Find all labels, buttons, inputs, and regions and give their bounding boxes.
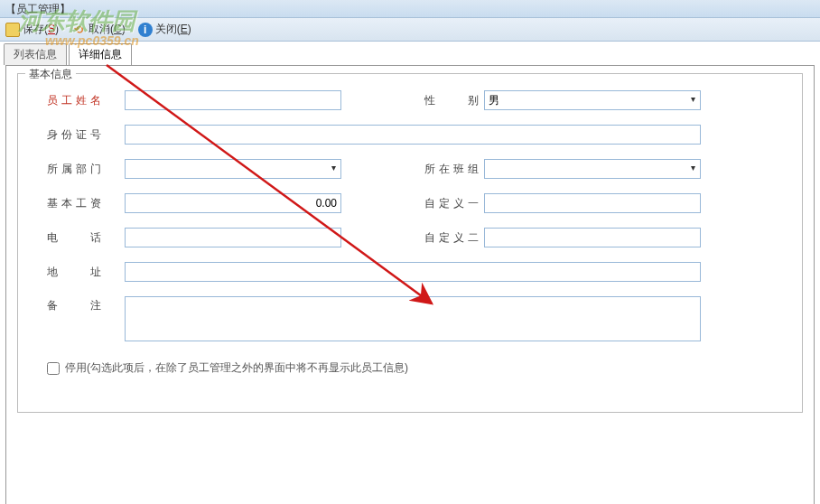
custom2-input[interactable] xyxy=(484,228,701,247)
basic-info-fieldset: 基本信息 员工姓名 性 别 男 身份证号 所属部门 所在班组 基本工资 xyxy=(17,73,803,413)
remark-textarea[interactable] xyxy=(125,296,701,341)
tab-strip: 列表信息 详细信息 xyxy=(0,42,820,65)
cancel-icon: ⟲ xyxy=(71,23,86,37)
cancel-label: 取消(C) xyxy=(89,22,126,37)
team-label: 所在班组 xyxy=(424,162,479,177)
dept-label: 所属部门 xyxy=(47,162,101,177)
remark-label: 备 注 xyxy=(47,298,101,313)
id-input[interactable] xyxy=(125,125,701,145)
salary-input[interactable] xyxy=(125,193,341,213)
form-grid: 员工姓名 性 别 男 身份证号 所属部门 所在班组 基本工资 自定义一 xyxy=(47,90,784,344)
id-label: 身份证号 xyxy=(47,127,101,143)
save-button[interactable]: 保存(S) xyxy=(5,22,59,37)
save-icon xyxy=(5,23,20,37)
cancel-button[interactable]: ⟲ 取消(C) xyxy=(71,22,126,37)
address-input[interactable] xyxy=(125,262,701,282)
gender-select[interactable]: 男 xyxy=(484,90,701,110)
tab-list[interactable]: 列表信息 xyxy=(4,43,67,65)
custom1-input[interactable] xyxy=(484,193,701,213)
name-label: 员工姓名 xyxy=(47,93,101,108)
address-label: 地 址 xyxy=(47,265,101,280)
close-label: 关闭(E) xyxy=(155,22,191,37)
detail-panel: 基本信息 员工姓名 性 别 男 身份证号 所属部门 所在班组 基本工资 xyxy=(5,65,815,504)
team-select[interactable] xyxy=(484,159,701,179)
custom2-label: 自定义二 xyxy=(424,230,479,246)
toolbar: 保存(S) ⟲ 取消(C) i 关闭(E) xyxy=(0,18,820,42)
dept-select[interactable] xyxy=(125,159,341,179)
team-select-wrap xyxy=(484,159,701,179)
close-button[interactable]: i 关闭(E) xyxy=(138,22,191,37)
disable-label: 停用(勾选此项后，在除了员工管理之外的界面中将不再显示此员工信息) xyxy=(65,360,408,376)
window-titlebar: 【员工管理】 xyxy=(0,0,820,18)
gender-select-wrap: 男 xyxy=(484,90,701,110)
tab-detail[interactable]: 详细信息 xyxy=(69,43,132,65)
salary-label: 基本工资 xyxy=(47,196,101,211)
disable-row: 停用(勾选此项后，在除了员工管理之外的界面中将不再显示此员工信息) xyxy=(47,360,784,376)
phone-label: 电 话 xyxy=(47,230,101,246)
save-label: 保存(S) xyxy=(23,22,59,37)
phone-input[interactable] xyxy=(125,228,341,247)
gender-label: 性 别 xyxy=(424,93,479,108)
custom1-label: 自定义一 xyxy=(424,196,479,211)
close-icon: i xyxy=(138,23,153,37)
dept-select-wrap xyxy=(125,159,341,179)
name-input[interactable] xyxy=(125,90,341,110)
disable-checkbox[interactable] xyxy=(47,362,60,375)
window-title: 【员工管理】 xyxy=(5,3,70,15)
fieldset-legend: 基本信息 xyxy=(25,67,76,82)
